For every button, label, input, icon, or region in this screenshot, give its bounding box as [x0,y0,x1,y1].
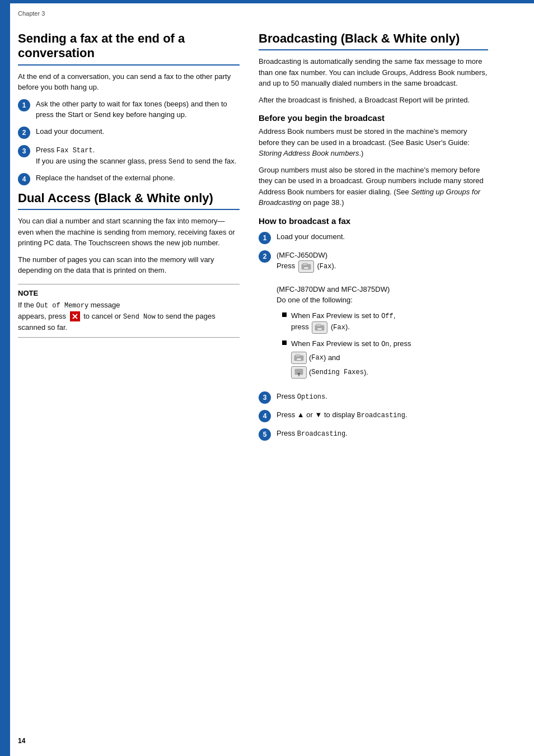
svg-rect-6 [316,324,321,326]
broadcast-step-4: 4 Press ▲ or ▼ to display Broadcasting. [259,409,488,422]
bullet-square-1 [282,312,287,317]
sending-fax-title: Sending a fax at the end of a conversati… [18,31,240,61]
content-area: Sending a fax at the end of a conversati… [18,31,523,756]
broadcast-badge-3: 3 [259,391,271,404]
sending-faxes-svg [294,368,304,377]
sending-fax-steps: 1 Ask the other party to wait for fax to… [18,99,240,185]
broadcast-text-4: Press ▲ or ▼ to display Broadcasting. [277,409,407,421]
step-item-2: 2 Load your document. [18,126,240,139]
broadcasting-para1: Broadcasting is automatically sending th… [259,56,488,89]
chapter-label: Chapter 3 [18,10,45,17]
left-accent [0,0,10,756]
fax-svg-1 [301,263,311,270]
broadcasting-para2: After the broadcast is finished, a Broad… [259,95,488,106]
how-to-broadcast-title: How to broadcast a fax [259,216,488,226]
top-bar [0,0,534,3]
fax-svg-2 [315,324,325,332]
note-label: NOTE [18,289,240,297]
page: Chapter 3 Sending a fax at the end of a … [0,0,534,756]
fax-button-icon-3 [291,352,307,364]
broadcast-text-1: Load your document. [277,231,345,242]
bullet-text-off: When Fax Preview is set to Off, press [291,310,395,334]
section-divider-3 [259,49,488,50]
broadcast-badge-2: 2 [259,250,271,263]
before-broadcast-title: Before you begin the broadcast [259,113,488,123]
section-divider-1 [18,64,240,66]
step-badge-4: 4 [18,173,30,185]
broadcast-step-2: 2 (MFC-J650DW) Press (Fax). [259,250,488,385]
note-box: NOTE If the Out of Memory message appear… [18,284,240,338]
step-badge-1: 1 [18,99,30,111]
broadcast-step-5: 5 Press Broadcasting. [259,428,488,441]
step-text-4: Replace the handset of the external phon… [36,172,175,184]
svg-rect-3 [303,263,307,265]
dual-access-title: Dual Access (Black & White only) [18,191,240,206]
broadcast-text-3: Press Options. [277,391,327,402]
svg-rect-9 [296,354,300,357]
step-item-3: 3 Press Fax Start. If you are using the … [18,144,240,167]
page-number: 14 [18,737,25,745]
step-badge-3: 3 [18,145,30,157]
fax-button-icon-2 [312,321,327,334]
sending-faxes-icon [291,366,307,379]
broadcast-badge-5: 5 [259,428,271,441]
broadcasting-title: Broadcasting (Black & White only) [259,31,488,46]
broadcast-badge-1: 1 [259,232,271,244]
broadcast-bullets: When Fax Preview is set to Off, press [277,310,411,381]
step-text-1: Ask the other party to wait for fax tone… [36,99,240,120]
broadcast-step-3: 3 Press Options. [259,391,488,404]
before-broadcast-para1: Address Book numbers must be stored in t… [259,126,488,159]
svg-rect-7 [317,328,322,330]
broadcast-text-5: Press Broadcasting. [277,428,348,439]
svg-rect-4 [304,267,308,269]
note-text: If the Out of Memory message appears, pr… [18,300,240,333]
dual-access-para1: You can dial a number and start scanning… [18,216,240,249]
step-item-1: 1 Ask the other party to wait for fax to… [18,99,240,120]
cancel-icon [70,311,80,321]
bullet-item-on: When Fax Preview is set to On, press [282,338,411,381]
fax-button-icon-1 [298,260,314,273]
fax-svg-3 [294,354,304,362]
step-text-3: Press Fax Start. If you are using the sc… [36,144,236,167]
broadcast-text-2: (MFC-J650DW) Press (Fax). (MFC-J870DW an… [277,250,411,385]
left-column: Sending a fax at the end of a conversati… [18,31,253,756]
step-item-4: 4 Replace the handset of the external ph… [18,172,240,185]
dual-access-para2: The number of pages you can scan into th… [18,254,240,276]
right-column: Broadcasting (Black & White only) Broadc… [253,31,488,756]
step-text-2: Load your document. [36,126,104,137]
broadcast-badge-4: 4 [259,410,271,422]
bullet-square-2 [282,340,287,345]
broadcast-step-1: 1 Load your document. [259,231,488,244]
svg-rect-10 [297,358,301,360]
section-divider-2 [18,209,240,210]
before-broadcast-para2: Group numbers must also be stored in the… [259,165,488,208]
broadcast-steps: 1 Load your document. 2 (MFC-J650DW) Pre… [259,231,488,441]
sending-fax-intro: At the end of a conversation, you can se… [18,71,240,93]
step-badge-2: 2 [18,127,30,139]
x-svg [72,313,78,320]
bullet-item-off: When Fax Preview is set to Off, press [282,310,411,334]
bullet-text-on: When Fax Preview is set to On, press [291,338,411,381]
